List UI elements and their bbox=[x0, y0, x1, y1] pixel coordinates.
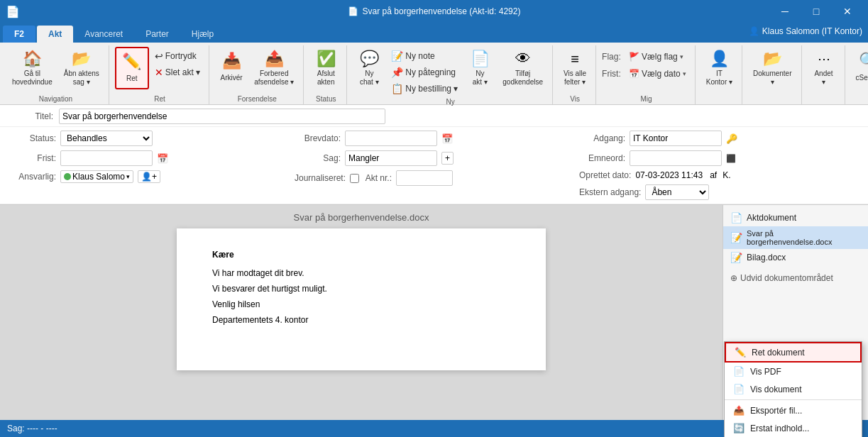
oprettet-label: Oprettet dato: bbox=[579, 170, 631, 180]
minimize-button[interactable]: ─ bbox=[770, 0, 800, 23]
maximize-button[interactable]: □ bbox=[801, 0, 831, 23]
ribbon-group-vis: ≡ Vis allefelter ▾ Vis bbox=[554, 45, 596, 104]
doc-dept: Departementets 4. kontor bbox=[212, 315, 510, 325]
frist-calendar-icon[interactable]: 📅 bbox=[157, 153, 168, 164]
new-act-button[interactable]: 📄 Nyakt ▾ bbox=[463, 47, 496, 89]
prepare-send-button[interactable]: 📤 Forberedafsendelse ▾ bbox=[249, 47, 299, 89]
ansvarlig-add-button[interactable]: 👤+ bbox=[138, 170, 160, 183]
akt-nr-input[interactable] bbox=[396, 170, 453, 186]
choose-date-button[interactable]: 📅 Vælg dato ▾ bbox=[625, 67, 691, 81]
tab-akt[interactable]: Akt bbox=[37, 26, 73, 43]
sag-input[interactable] bbox=[345, 150, 437, 166]
doc-line2: Vi besvarer det hurtigst muligt. bbox=[212, 284, 510, 294]
journaliseret-checkbox[interactable] bbox=[350, 174, 359, 183]
ansvarlig-field: Klaus Salomo ▾ bbox=[60, 170, 133, 183]
tab-avanceret[interactable]: Avanceret bbox=[73, 26, 134, 43]
ctx-erstat-label: Erstat indhold... bbox=[750, 424, 809, 433]
svar-label: Svar på borgerhenvendelse.docx bbox=[747, 229, 861, 246]
fields-row1: Status: Behandles Frist: 📅 Ansvarlig: Kl… bbox=[0, 127, 868, 204]
new-chat-button[interactable]: 💬 Nychat ▾ bbox=[353, 47, 385, 89]
andet-button[interactable]: ⋯ Andet▾ bbox=[808, 47, 840, 89]
bilag-icon: 📝 bbox=[730, 252, 742, 263]
title-bar-left: 📄 bbox=[6, 5, 20, 18]
ctx-vis-pdf[interactable]: 📄 Vis PDF bbox=[725, 363, 862, 380]
ribbon-vis-items: ≡ Vis allefelter ▾ bbox=[559, 47, 591, 94]
documents-button[interactable]: 📂 Dokumenter▾ bbox=[748, 47, 796, 89]
ribbon-tabs: F2 Akt Avanceret Parter Hjælp bbox=[0, 23, 749, 43]
new-mark-button[interactable]: 📌 Ny påtegning bbox=[387, 65, 462, 80]
andet-icon: ⋯ bbox=[813, 50, 835, 68]
journaliseret-cell: Journaliseret: Akt nr.: bbox=[292, 169, 576, 187]
ribbon-status-items: ✅ Afslutakten bbox=[309, 47, 342, 94]
status-cell: Status: Behandles bbox=[7, 129, 292, 148]
undo-icon: ↩ bbox=[155, 50, 163, 62]
title-row: Titel: bbox=[0, 105, 868, 127]
user-info[interactable]: 👤 Klaus Salomon (IT Kontor) bbox=[749, 23, 862, 40]
delete-icon: ✕ bbox=[155, 67, 163, 78]
tab-parter[interactable]: Parter bbox=[134, 26, 180, 43]
frist-label: Frist: bbox=[10, 153, 56, 163]
emneord-input[interactable] bbox=[630, 150, 722, 166]
ribbon-mig-items: Flag: 🚩 Vælg flag ▾ Frist: 📅 Vælg dato ▾ bbox=[602, 47, 691, 94]
add-approval-button[interactable]: 👁 Tilføjgodkendelse bbox=[498, 47, 548, 89]
it-kontor-icon: 👤 bbox=[708, 50, 730, 68]
new-note-button[interactable]: 📝 Ny note bbox=[387, 48, 462, 64]
frist-input[interactable] bbox=[60, 150, 153, 166]
ribbon-group-status-label: Status bbox=[316, 94, 336, 103]
delete-act-button[interactable]: ✕ Slet akt ▾ bbox=[150, 65, 204, 80]
ansvarlig-value: Klaus Salomo bbox=[72, 172, 125, 182]
status-select[interactable]: Behandles bbox=[60, 131, 153, 146]
adgang-input[interactable] bbox=[630, 131, 722, 146]
status-sag: Sag: ---- - ---- bbox=[7, 424, 57, 433]
ribbon-andet-items: ⋯ Andet▾ bbox=[808, 47, 840, 101]
form-container: Titel: Status: Behandles Frist: 📅 Ansvar… bbox=[0, 105, 868, 205]
aktdokument-label: Aktdokument bbox=[747, 213, 796, 223]
ctx-vis-dokument[interactable]: 📄 Vis dokument bbox=[725, 380, 862, 398]
close-button[interactable]: ✕ bbox=[833, 0, 862, 23]
svar-icon: 📝 bbox=[730, 232, 742, 243]
brevdato-input[interactable] bbox=[345, 131, 437, 146]
tab-hjaelp[interactable]: Hjælp bbox=[180, 26, 225, 43]
finish-act-button[interactable]: ✅ Afslutakten bbox=[309, 47, 342, 89]
deadline-label: Frist: bbox=[602, 69, 622, 79]
ctx-erstat-indhold[interactable]: 🔄 Erstat indhold... bbox=[725, 419, 862, 437]
go-to-main-button[interactable]: 🏠 Gå tilhovedvindue bbox=[7, 47, 57, 89]
expand-doc-area-button[interactable]: ⊕ Udvid dokumentområdet bbox=[723, 270, 868, 286]
choose-flag-button[interactable]: 🚩 Vælg flag ▾ bbox=[625, 50, 688, 64]
adgang-lock-icon[interactable]: 🔑 bbox=[726, 133, 737, 144]
ctx-ret-dokument[interactable]: ✏️ Ret dokument bbox=[725, 342, 862, 363]
title-doc-icon: 📄 bbox=[348, 6, 358, 16]
archive-button[interactable]: 📥 Arkivér bbox=[215, 47, 248, 89]
new-order-button[interactable]: 📋 Ny bestilling ▾ bbox=[387, 81, 462, 96]
ekstern-adgang-select[interactable]: Åben bbox=[645, 184, 709, 200]
ctx-sep1 bbox=[725, 399, 862, 400]
sag-add-button[interactable]: + bbox=[441, 152, 454, 165]
titel-input[interactable] bbox=[59, 109, 385, 124]
ribbon-group-dokumenter: 📂 Dokumenter▾ bbox=[744, 45, 801, 104]
ansvarlig-status-dot bbox=[64, 173, 71, 180]
ctx-vis-pdf-label: Vis PDF bbox=[750, 367, 781, 377]
doc-item-aktdokument[interactable]: 📄 Aktdokument bbox=[723, 209, 868, 226]
tab-f2[interactable]: F2 bbox=[3, 26, 35, 43]
ribbon-group-ret-label: Ret bbox=[154, 94, 165, 103]
ctx-edit-icon: ✏️ bbox=[735, 347, 746, 358]
doc-item-svar[interactable]: 📝 Svar på borgerhenvendelse.docx bbox=[723, 226, 868, 249]
deadline-row: Frist: 📅 Vælg dato ▾ bbox=[602, 67, 691, 81]
open-act-button[interactable]: 📂 Åbn aktenssag ▾ bbox=[59, 47, 104, 89]
csearch-button[interactable]: 🔍 cSearch bbox=[851, 47, 868, 89]
show-all-fields-button[interactable]: ≡ Vis allefelter ▾ bbox=[559, 47, 591, 89]
emneord-expand-icon[interactable]: ⬛ bbox=[726, 154, 736, 163]
brevdato-calendar-icon[interactable]: 📅 bbox=[441, 133, 453, 144]
doc-item-bilag[interactable]: 📝 Bilag.docx bbox=[723, 249, 868, 266]
tab-bar: F2 Akt Avanceret Parter Hjælp 👤 Klaus Sa… bbox=[0, 23, 868, 43]
brevdato-cell: Brevdato: 📅 bbox=[292, 129, 576, 148]
ret-button[interactable]: ✏️ Ret bbox=[115, 47, 149, 89]
right-panel-items: 📄 Aktdokument 📝 Svar på borgerhenvendels… bbox=[723, 205, 868, 270]
ctx-eksporter-fil[interactable]: 📤 Eksportér fil... bbox=[725, 402, 862, 419]
status-label: Status: bbox=[10, 133, 56, 143]
it-kontor-button[interactable]: 👤 ITKontor ▾ bbox=[701, 47, 737, 89]
titel-label: Titel: bbox=[7, 111, 53, 121]
undo-button[interactable]: ↩ Fortrydk bbox=[150, 48, 204, 64]
ansvarlig-dropdown-arrow[interactable]: ▾ bbox=[126, 173, 130, 180]
user-icon: 👤 bbox=[749, 26, 759, 36]
